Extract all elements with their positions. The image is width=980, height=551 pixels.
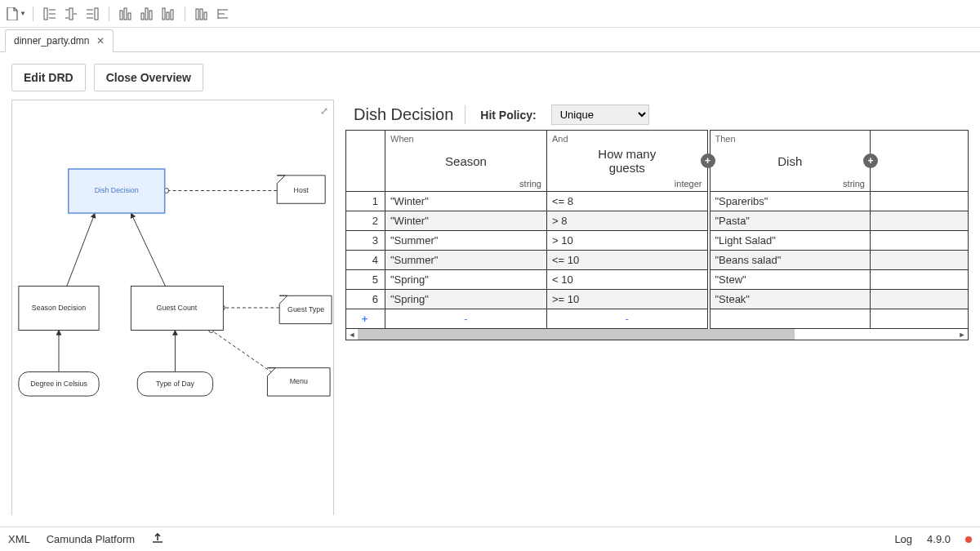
column-header-season[interactable]: When Season string bbox=[385, 131, 547, 192]
svg-line-36 bbox=[212, 331, 278, 376]
node-host[interactable]: Host bbox=[277, 176, 325, 203]
status-version: 4.9.0 bbox=[927, 533, 951, 545]
close-icon[interactable]: ✕ bbox=[96, 35, 105, 47]
svg-text:Type of Day: Type of Day bbox=[156, 380, 195, 388]
top-toolbar: ▼ bbox=[0, 0, 980, 28]
tool-decision-c[interactable] bbox=[82, 4, 102, 24]
cell-dish[interactable]: "Spareribs" bbox=[709, 192, 871, 211]
table-row[interactable]: 2"Winter"> 8"Pasta" bbox=[346, 211, 969, 231]
decision-table-header: Dish Decision Hit Policy: Unique bbox=[345, 100, 969, 130]
cell-annotation[interactable] bbox=[871, 290, 969, 309]
cell-guests[interactable]: <= 8 bbox=[547, 192, 709, 211]
cell-annotation[interactable] bbox=[871, 231, 969, 251]
chevron-down-icon: ▼ bbox=[20, 10, 26, 17]
svg-rect-20 bbox=[171, 10, 173, 20]
svg-rect-22 bbox=[200, 9, 203, 20]
decision-table-panel: Dish Decision Hit Policy: Unique When Se… bbox=[345, 100, 969, 515]
tool-chart-d[interactable] bbox=[192, 4, 212, 24]
file-menu-button[interactable]: ▼ bbox=[7, 4, 26, 24]
status-xml[interactable]: XML bbox=[8, 533, 30, 545]
row-index: 6 bbox=[346, 290, 385, 309]
row-index: 1 bbox=[346, 192, 385, 211]
svg-text:Degree in Celsius: Degree in Celsius bbox=[30, 380, 87, 388]
tool-decision-b[interactable] bbox=[61, 4, 81, 24]
node-guest-type[interactable]: Guest Type bbox=[279, 295, 332, 323]
column-header-dish[interactable]: Then Dish string + bbox=[709, 131, 871, 192]
table-row[interactable]: 4"Summer"<= 10"Beans salad" bbox=[346, 251, 969, 270]
node-season-decision[interactable]: Season Decision bbox=[19, 286, 99, 330]
cell-dish[interactable]: "Pasta" bbox=[709, 211, 871, 231]
cell-guests[interactable]: < 10 bbox=[547, 270, 709, 290]
cell-guests[interactable]: > 10 bbox=[547, 231, 709, 251]
table-row[interactable]: 3"Summer"> 10"Light Salad" bbox=[346, 231, 969, 251]
node-dish-decision[interactable]: Dish Decision bbox=[69, 169, 165, 213]
status-platform[interactable]: Camunda Platform bbox=[47, 533, 135, 545]
table-row[interactable]: 6"Spring">= 10"Steak" bbox=[346, 290, 969, 309]
node-menu[interactable]: Menu bbox=[267, 368, 330, 396]
status-log[interactable]: Log bbox=[894, 533, 912, 545]
decision-title[interactable]: Dish Decision bbox=[354, 105, 466, 124]
annotation-header bbox=[871, 131, 969, 192]
drd-canvas[interactable]: ⤢ Dish Decision bbox=[11, 100, 334, 515]
cell-guests[interactable]: >= 10 bbox=[547, 290, 709, 309]
maximize-icon[interactable]: ⤢ bbox=[320, 105, 328, 117]
action-row: Edit DRD Close Overview bbox=[11, 64, 969, 91]
add-input-column-button[interactable]: + bbox=[701, 153, 715, 168]
svg-rect-8 bbox=[95, 8, 98, 20]
add-output-column-button[interactable]: + bbox=[863, 153, 878, 168]
cell-dish[interactable]: "Light Salad" bbox=[709, 231, 871, 251]
cell-annotation[interactable] bbox=[871, 192, 969, 211]
deploy-icon[interactable] bbox=[151, 532, 164, 546]
cell-season[interactable]: "Winter" bbox=[385, 192, 547, 211]
cell-dish[interactable]: "Stew" bbox=[709, 270, 871, 290]
cell-season[interactable]: "Winter" bbox=[385, 211, 547, 231]
edit-drd-button[interactable]: Edit DRD bbox=[11, 64, 86, 91]
svg-rect-16 bbox=[145, 8, 148, 20]
cell-annotation[interactable] bbox=[871, 251, 969, 270]
node-degree[interactable]: Degree in Celsius bbox=[19, 372, 99, 396]
svg-rect-14 bbox=[128, 13, 131, 20]
tab-dinner-party[interactable]: dinner_party.dmn ✕ bbox=[5, 29, 114, 52]
cell-season[interactable]: "Summer" bbox=[385, 231, 547, 251]
cell-annotation[interactable] bbox=[871, 270, 969, 290]
separator bbox=[109, 7, 109, 21]
cell-guests[interactable]: > 8 bbox=[547, 211, 709, 231]
cell-guests[interactable]: <= 10 bbox=[547, 251, 709, 270]
hit-policy-select[interactable]: Unique bbox=[551, 104, 649, 125]
table-row[interactable]: 5"Spring"< 10"Stew" bbox=[346, 270, 969, 290]
scroll-right-icon[interactable]: ► bbox=[956, 331, 968, 339]
cell-dish[interactable]: "Beans salad" bbox=[709, 251, 871, 270]
table-row[interactable]: 1"Winter"<= 8"Spareribs" bbox=[346, 192, 969, 211]
row-index: 3 bbox=[346, 231, 385, 251]
svg-text:Guest Count: Guest Count bbox=[157, 304, 198, 312]
tool-decision-a[interactable] bbox=[40, 4, 60, 24]
node-guest-count[interactable]: Guest Count bbox=[131, 286, 223, 330]
hit-policy-label: Hit Policy: bbox=[480, 109, 536, 122]
column-header-guests[interactable]: And How many guests integer + bbox=[547, 131, 709, 192]
svg-rect-12 bbox=[120, 11, 122, 20]
cell-dish[interactable]: "Steak" bbox=[709, 290, 871, 309]
tool-chart-b[interactable] bbox=[137, 4, 157, 24]
tool-chart-c[interactable] bbox=[158, 4, 178, 24]
svg-text:Season Decision: Season Decision bbox=[32, 304, 86, 312]
node-type-of-day[interactable]: Type of Day bbox=[137, 372, 212, 396]
scroll-left-icon[interactable]: ◄ bbox=[346, 331, 358, 339]
tool-align[interactable] bbox=[213, 4, 233, 24]
close-overview-button[interactable]: Close Overview bbox=[94, 64, 203, 91]
separator bbox=[33, 7, 33, 21]
cell-annotation[interactable] bbox=[871, 211, 969, 231]
svg-rect-23 bbox=[204, 12, 207, 20]
cell-season[interactable]: "Summer" bbox=[385, 251, 547, 270]
svg-text:Host: Host bbox=[294, 187, 310, 195]
cell-season[interactable]: "Spring" bbox=[385, 270, 547, 290]
add-row[interactable]: +-- bbox=[346, 309, 969, 329]
add-row-button[interactable]: + bbox=[346, 309, 385, 329]
cell-season[interactable]: "Spring" bbox=[385, 290, 547, 309]
row-index: 4 bbox=[346, 251, 385, 270]
svg-rect-17 bbox=[149, 11, 152, 20]
horizontal-scrollbar[interactable]: ◄ ► bbox=[345, 329, 969, 340]
tool-chart-a[interactable] bbox=[116, 4, 136, 24]
decision-table: When Season string And How many guests i… bbox=[345, 130, 969, 329]
svg-rect-15 bbox=[141, 13, 144, 20]
index-header bbox=[346, 131, 385, 192]
